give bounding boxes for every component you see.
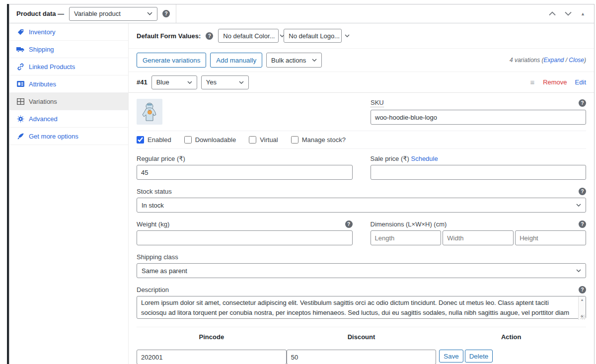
sku-label: SKU [371, 99, 384, 107]
sale-price-label: Sale price (₹) Schedule [371, 155, 587, 162]
move-down-icon[interactable] [565, 11, 572, 16]
gear-icon [16, 115, 24, 123]
length-input[interactable] [371, 230, 442, 245]
downloadable-checkbox[interactable]: Downloadable [184, 136, 236, 144]
sidebar-item-label: Shipping [29, 46, 54, 53]
add-manually-button[interactable]: Add manually [210, 53, 262, 68]
help-icon[interactable]: ? [579, 99, 586, 107]
default-logo-select[interactable]: No default Logo... [284, 29, 342, 43]
action-header: Action [436, 333, 586, 341]
sidebar-item-inventory[interactable]: Inventory [9, 23, 128, 41]
header-divider [176, 4, 176, 23]
generate-variations-button[interactable]: Generate variations [137, 53, 206, 68]
shipping-icon [16, 45, 24, 53]
description-textarea[interactable]: Lorem ipsum dolor sit amet, consectetur … [137, 296, 586, 319]
move-up-icon[interactable] [549, 11, 556, 16]
default-form-values-row: Default Form Values: ? No default Color.… [129, 23, 594, 49]
shipping-class-value: Same as parent [142, 267, 187, 275]
shipping-class-select[interactable]: Same as parent [137, 263, 586, 278]
variation-color-select[interactable]: Blue [151, 75, 197, 89]
weight-input[interactable] [137, 230, 353, 245]
dimensions-label: Dimensions (L×W×H) (cm) [371, 220, 447, 228]
manage-stock-checkbox-input[interactable] [291, 136, 298, 144]
summary-suffix: ) [584, 57, 586, 64]
help-icon[interactable]: ? [345, 220, 353, 228]
default-color-select[interactable]: No default Color... [218, 29, 279, 43]
downloadable-checkbox-input[interactable] [184, 136, 192, 144]
enabled-checkbox[interactable]: Enabled [137, 136, 171, 144]
edit-link[interactable]: Edit [575, 78, 586, 86]
inventory-icon [16, 28, 24, 36]
variation-image-thumbnail[interactable] [137, 99, 162, 125]
save-button[interactable]: Save [439, 350, 463, 363]
chevron-down-icon [187, 81, 192, 84]
remove-link[interactable]: Remove [543, 78, 567, 86]
manage-stock-checkbox[interactable]: Manage stock? [291, 136, 346, 144]
bulk-actions-value: Bulk actions [271, 57, 306, 64]
variation-media-row: SKU ? [137, 93, 586, 131]
chevron-down-icon [576, 204, 581, 207]
virtual-checkbox[interactable]: Virtual [249, 136, 278, 144]
variation-header-row: #41 Blue Yes ≡ Remove Edit [129, 72, 594, 93]
variations-icon [16, 97, 24, 105]
section-divider [137, 327, 586, 327]
sidebar-item-label: Inventory [29, 28, 55, 36]
scroll-up-icon[interactable]: ▲ [581, 298, 584, 301]
sidebar-item-shipping[interactable]: Shipping [9, 41, 128, 58]
sidebar-item-get-more-options[interactable]: Get more options [9, 128, 128, 145]
enabled-checkbox-input[interactable] [137, 136, 144, 144]
help-icon[interactable]: ? [579, 188, 586, 195]
variation-color-value: Blue [156, 78, 169, 86]
sidebar-item-attributes[interactable]: Attributes [9, 75, 128, 93]
expand-link[interactable]: Expand [544, 57, 564, 64]
sidebar-item-linked-products[interactable]: Linked Products [9, 58, 128, 75]
close-link[interactable]: Close [569, 57, 584, 64]
discount-header: Discount [287, 333, 437, 341]
resize-grip-icon[interactable] [581, 315, 585, 319]
product-data-tabs: Inventory Shipping Linked Products Attri… [9, 23, 129, 364]
help-icon[interactable]: ? [579, 286, 586, 293]
sidebar-item-advanced[interactable]: Advanced [9, 110, 128, 128]
product-data-panel: Product data — Variable product ? ▲ Inve… [9, 4, 595, 364]
product-type-value: Variable product [74, 10, 121, 17]
help-icon[interactable]: ? [162, 10, 170, 17]
pincode-header: Pincode [137, 333, 287, 341]
regular-price-input[interactable] [137, 165, 353, 180]
shipping-class-label: Shipping class [137, 253, 586, 261]
product-type-select[interactable]: Variable product [69, 7, 157, 21]
quill-icon [16, 132, 24, 140]
bulk-actions-select[interactable]: Bulk actions [266, 53, 322, 68]
stock-status-value: In stock [142, 202, 164, 209]
stock-status-select[interactable]: In stock [137, 198, 586, 213]
chevron-down-icon [345, 34, 350, 37]
virtual-checkbox-input[interactable] [249, 136, 256, 144]
enabled-label: Enabled [148, 136, 171, 144]
sale-price-input[interactable] [371, 165, 587, 180]
variation-logo-value: Yes [206, 78, 217, 86]
sidebar-item-label: Attributes [29, 80, 56, 88]
description-label: Description [137, 286, 169, 293]
variation-logo-select[interactable]: Yes [201, 75, 249, 89]
pincode-input[interactable] [137, 350, 287, 364]
sku-input[interactable] [371, 110, 586, 125]
drag-handle-icon[interactable]: ≡ [530, 78, 535, 86]
summary-separator: / [564, 57, 569, 64]
default-form-values-label: Default Form Values: [137, 32, 201, 40]
downloadable-label: Downloadable [195, 136, 236, 144]
discount-input[interactable] [287, 350, 437, 364]
chevron-down-icon [312, 59, 317, 62]
height-input[interactable] [515, 230, 586, 245]
delete-button[interactable]: Delete [465, 350, 493, 363]
schedule-link[interactable]: Schedule [411, 155, 438, 162]
toggle-panel-icon[interactable]: ▲ [581, 11, 585, 16]
sidebar-item-label: Variations [29, 98, 57, 105]
pincode-discount-table: Pincode Discount Action [137, 333, 586, 364]
width-input[interactable] [443, 230, 514, 245]
help-icon[interactable]: ? [206, 32, 213, 40]
sale-price-label-text: Sale price (₹) [371, 155, 409, 162]
variations-summary: 4 variations (Expand / Close) [510, 57, 586, 64]
help-icon[interactable]: ? [579, 220, 586, 228]
sidebar-item-variations[interactable]: Variations [9, 93, 128, 110]
summary-prefix: 4 variations ( [510, 57, 544, 64]
default-logo-value: No default Logo... [289, 32, 340, 40]
